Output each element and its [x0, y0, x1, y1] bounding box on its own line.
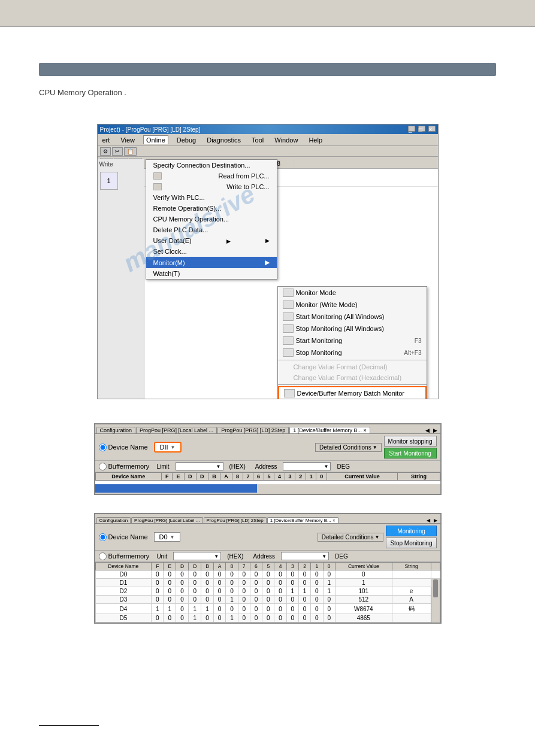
cell-d0-name: D0: [95, 570, 152, 579]
tab-progpou-ld-2[interactable]: ProgPou [PRG] [LD] 2Step: [217, 427, 289, 433]
unit-combo-3[interactable]: ▼: [173, 552, 221, 560]
col-d1: D: [184, 473, 196, 481]
menu-debug[interactable]: Debug: [174, 136, 198, 144]
menu-view[interactable]: View: [118, 136, 137, 144]
close-btn[interactable]: ×: [428, 126, 436, 132]
menu-tool[interactable]: Tool: [249, 136, 266, 144]
device-name-radio[interactable]: Device Name: [99, 444, 148, 451]
submenu-stop-monitoring[interactable]: Stop Monitoring Alt+F3: [278, 347, 427, 359]
tab-progpou-local-2[interactable]: ProgPou [PRG] [Local Label ...: [136, 427, 217, 433]
device-name-radio-input[interactable]: [99, 444, 107, 451]
device-dropdown-arrow[interactable]: ▼: [171, 445, 176, 450]
stop-monitoring-btn[interactable]: Stop Monitoring: [386, 538, 436, 548]
menu-read-plc[interactable]: Read from PLC...: [146, 171, 277, 181]
device-name-input-3[interactable]: D0 ▼: [154, 532, 180, 542]
alt-f3-shortcut: Alt+F3: [404, 350, 421, 356]
cell-d6-d1: 0: [176, 623, 188, 624]
submenu-start-all[interactable]: Start Monitoring (All Windows): [278, 311, 427, 323]
toolbar-btn-3[interactable]: 📋: [124, 147, 137, 156]
menu-remote-operation[interactable]: Remote Operation(S)...: [146, 203, 277, 214]
menu-specify-connection[interactable]: Specify Connection Destination...: [146, 160, 277, 171]
submenu-divider-2: [278, 384, 427, 385]
tab-configuration-2[interactable]: Configuration: [96, 427, 136, 433]
scrollbar[interactable]: [431, 579, 440, 624]
monitor-active-toolbar2: Buffermemory Unit ▼ (HEX) Address ▼ DEG: [95, 551, 440, 562]
address-combo[interactable]: ▼: [283, 462, 331, 470]
device-name-radio-3[interactable]: Device Name: [99, 533, 148, 541]
menu-monitor[interactable]: Monitor(M) ▶: [146, 257, 277, 268]
buffer-memory-radio[interactable]: Buffermemory: [99, 463, 150, 470]
minimize-btn[interactable]: _: [408, 126, 415, 132]
tab-progpou-local-3[interactable]: ProgPou [PRG] [Local Label ...: [131, 517, 202, 523]
submenu-stop-all[interactable]: Stop Monitoring (All Windows): [278, 323, 427, 335]
col-current-value: Current Value: [327, 473, 397, 481]
menu-write-plc[interactable]: Write to PLC...: [146, 181, 277, 192]
menu-verify-plc[interactable]: Verify With PLC...: [146, 192, 277, 203]
monitoring-btn[interactable]: Monitoring: [386, 526, 436, 536]
buffer-memory-radio-input-3[interactable]: [99, 552, 107, 560]
buffer-memory-radio-3[interactable]: Buffermemory: [99, 552, 150, 560]
tab-configuration-3[interactable]: Configuration: [96, 517, 131, 523]
cell-d0-scroll: [431, 570, 440, 579]
menu-help[interactable]: Help: [306, 136, 325, 144]
tab-device-buffer-2[interactable]: 1 [Device/Buffer Memory B... ×: [289, 427, 370, 433]
cell-d1-0: 1: [323, 579, 335, 587]
menu-diagnostics[interactable]: Diagnostics: [204, 136, 243, 144]
menu-bar-1: ert View Online Debug Diagnostics Tool W…: [98, 134, 438, 146]
cell-d0-f: 0: [152, 570, 164, 579]
cell-d3-string: A: [392, 596, 431, 604]
submenu-monitor-write[interactable]: Monitor (Write Mode): [278, 299, 427, 311]
toolbar-btn-2[interactable]: ✂: [112, 147, 123, 156]
detailed-conditions-btn-3[interactable]: Detailed Conditions ▼: [318, 533, 384, 542]
toolbar-btn-1[interactable]: ⚙: [100, 147, 111, 156]
cell-d6-4: 0: [274, 623, 286, 624]
detailed-conditions-btn[interactable]: Detailed Conditions ▼: [315, 443, 382, 452]
nav-right-3[interactable]: ▶: [432, 518, 439, 523]
cell-d5-0: 0: [323, 614, 335, 623]
dropdown-online: Specify Connection Destination... Read f…: [146, 159, 277, 280]
col-f: F: [161, 473, 172, 481]
nav-left-3[interactable]: ◀: [425, 518, 432, 523]
menu-delete-plc[interactable]: Delete PLC Data...: [146, 224, 277, 235]
cell-d1-current: 1: [335, 579, 392, 587]
device-dropdown-arrow-3[interactable]: ▼: [170, 535, 175, 540]
submenu-monitor-mode[interactable]: Monitor Mode: [278, 287, 427, 299]
menu-online[interactable]: Online: [143, 135, 168, 144]
start-monitor-icon: [283, 336, 294, 345]
submenu-start-monitoring[interactable]: Start Monitoring F3: [278, 335, 427, 347]
tab-progpou-ld-3[interactable]: ProgPou [PRG] [LD] 2Step: [204, 517, 267, 523]
write-icon: [153, 183, 162, 190]
col-3: 3: [285, 473, 295, 481]
hex-label-3: (HEX): [227, 553, 243, 560]
device-name-radio-label: Device Name: [108, 444, 148, 451]
unit-combo[interactable]: ▼: [176, 462, 223, 470]
menu-ert[interactable]: ert: [100, 136, 113, 144]
cell-d3-4: 0: [274, 596, 286, 604]
menu-watch[interactable]: Watch(T): [146, 268, 277, 279]
submenu-device-buffer[interactable]: Device/Buffer Memory Batch Monitor: [278, 386, 427, 399]
nav-right[interactable]: ▶: [431, 427, 439, 433]
address-combo-3[interactable]: ▼: [281, 552, 329, 560]
start-monitoring-btn[interactable]: Start Monitoring: [384, 448, 437, 459]
cell-d4-e: 1: [164, 604, 176, 614]
cell-d0-5: 0: [262, 570, 274, 579]
buffer-memory-radio-input[interactable]: [99, 463, 107, 470]
cell-d5-name: D5: [95, 614, 152, 623]
tab-device-buffer-3[interactable]: 1 [Device/Buffer Memory B... ×: [267, 517, 338, 523]
scrollbar-thumb[interactable]: [433, 579, 438, 597]
menu-cpu-memory[interactable]: CPU Memory Operation...: [146, 214, 277, 224]
cell-d2-4: 0: [274, 587, 286, 596]
menu-set-clock[interactable]: Set Clock...: [146, 246, 277, 257]
device-name-radio-input-3[interactable]: [99, 533, 107, 541]
cell-d6-f: 0: [152, 623, 164, 624]
device-name-input-highlighted[interactable]: DII ▼: [154, 442, 182, 453]
cell-d1-8: 0: [226, 579, 238, 587]
maximize-btn[interactable]: □: [418, 126, 425, 132]
cell-d1-d1: 0: [176, 579, 188, 587]
nav-left[interactable]: ◀: [424, 427, 431, 433]
menu-user-data[interactable]: User Data(E): [146, 235, 277, 246]
monitor-stopping-btn[interactable]: Monitor stopping: [384, 436, 437, 447]
arrow-icon: [226, 237, 231, 244]
cell-d6-e: 0: [164, 623, 176, 624]
menu-window[interactable]: Window: [272, 136, 300, 144]
